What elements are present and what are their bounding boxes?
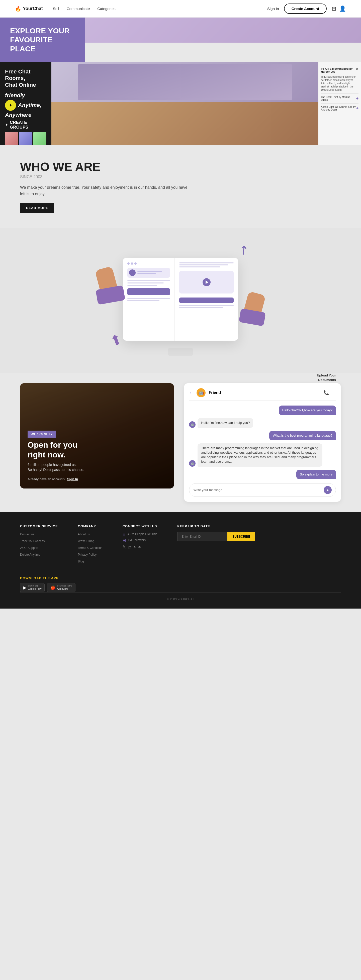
book-1-expand-icon[interactable]: + [356, 96, 358, 101]
footer-company-link-0[interactable]: About us [78, 532, 103, 537]
hero-image-area [85, 18, 361, 62]
connect-item-1: ▣ 1M Followers [122, 538, 157, 542]
email-subscribe-row: SUBSCRIBE [177, 532, 255, 541]
read-more-button[interactable]: READ MORE [20, 203, 54, 213]
left-hand-group [98, 268, 115, 293]
illustration-section: ⬆ ↗ [0, 228, 361, 373]
upload-docs-label: Upload Your Documents [317, 373, 336, 382]
grid-icon[interactable]: ⊞ [332, 5, 336, 12]
monitor-stand [168, 348, 193, 356]
chat-input-row[interactable]: ➤ [189, 483, 336, 497]
society-signin-link[interactable]: Sign In [67, 477, 78, 481]
google-play-text: GET IT ON Google Play [28, 585, 41, 590]
footer-company-link-1[interactable]: We're Hiring [78, 539, 103, 544]
club-icon[interactable]: ♣ [138, 545, 141, 549]
message-4: There are many programming languages in … [197, 443, 323, 467]
free-chat-text: Free Chat Rooms, Chat Online [5, 68, 46, 88]
footer-company-link-4[interactable]: Blog [78, 559, 103, 564]
footer-cs-link-3[interactable]: Delete Anytime [20, 552, 58, 557]
email-input[interactable] [177, 532, 227, 541]
message-3: What is the best programming language? [269, 431, 336, 441]
monitor-left-panel [123, 258, 175, 340]
footer-top: CUSTOMER SERVICE Contact us Track Your A… [20, 524, 341, 566]
send-icon: ➤ [326, 488, 329, 492]
society-signin-prompt: Already have an account? Sign In [27, 477, 167, 481]
who-we-are-section: WHO WE ARE SINCE 2003 We make your dream… [0, 145, 361, 228]
society-left-panel: WE SOCIETY Open for you right now. 6 mil… [20, 383, 174, 488]
book-item-2[interactable]: All the Light We Cannot See by Anthony D… [321, 103, 358, 113]
group-thumbnails [5, 132, 46, 145]
chat-action-icons: 📞 ⋯ [323, 390, 336, 396]
footer-download: DOWNLOAD THE APP ▶ GET IT ON Google Play… [20, 576, 341, 592]
book-1-title: The Book Thief by Markus Zusak [321, 96, 356, 101]
footer-company-link-2[interactable]: Terms & Condition [78, 546, 103, 550]
app-badges-row: ▶ GET IT ON Google Play 🍎 Download on th… [20, 583, 341, 592]
group-thumb-2 [19, 132, 32, 145]
chat-back-icon[interactable]: ← [189, 390, 194, 396]
spade-icon[interactable]: ♠ [134, 545, 136, 549]
nav-links: Sell Communicate Categories [53, 6, 116, 11]
who-description: We make your dreams come true. Your safe… [20, 184, 191, 197]
connect-text-0: 4.7M People Like This [127, 532, 157, 536]
footer-connect-heading: CONNECT WITH US [122, 524, 157, 528]
pinterest-icon[interactable]: 𝕡 [128, 545, 131, 549]
right-hand-group [246, 293, 263, 315]
society-content: WE SOCIETY Open for you right now. 6 mil… [20, 383, 174, 488]
logo-text: YourChat [23, 6, 43, 11]
send-button[interactable]: ➤ [324, 486, 332, 494]
subscribe-button[interactable]: SUBSCRIBE [227, 532, 255, 541]
chat-messages: Hello chatGPT,how are you today? 🤖 Hello… [189, 406, 336, 479]
message-4-row: 🤖 There are many programming languages i… [189, 443, 336, 467]
app-store-text: Download on the App Store [57, 585, 72, 590]
create-account-button[interactable]: Create Account [284, 3, 327, 14]
google-play-badge[interactable]: ▶ GET IT ON Google Play [20, 583, 45, 592]
monitor-right-panel [175, 258, 238, 340]
book-item-1[interactable]: The Book Thief by Markus Zusak + [321, 94, 358, 103]
create-groups-label: CREATE GROUPS [10, 120, 46, 130]
connect-text-1: 1M Followers [128, 538, 146, 542]
apple-icon: 🍎 [50, 585, 56, 590]
nav-categories[interactable]: Categories [97, 6, 116, 11]
anywhere-text: Anywhere [5, 112, 46, 118]
bot-avatar-1: 🤖 [189, 421, 196, 428]
copyright-text: © 2003 YOURCHAT [167, 598, 194, 601]
chat-phone-icon[interactable]: 📞 [323, 390, 329, 396]
bot-avatar-2: 🤖 [189, 460, 196, 467]
footer-bottom: © 2003 YOURCHAT [20, 592, 341, 601]
footer-cs-link-2[interactable]: 24×7 Support [20, 546, 58, 550]
sign-in-button[interactable]: Sign In [267, 6, 279, 11]
main-banner: Free Chat Rooms, Chat Online friendly ✦ … [0, 62, 361, 145]
footer: CUSTOMER SERVICE Contact us Track Your A… [0, 512, 361, 609]
yellow-gem-badge: ✦ [5, 100, 16, 111]
illustration-scene: ⬆ ↗ [93, 243, 268, 358]
navbar: 🔥 YourChat Sell Communicate Categories S… [0, 0, 361, 18]
message-1: Hello chatGPT,how are you today? [279, 406, 336, 415]
hero-title: EXPLORE YOUR FAVOURITE PLACE [10, 26, 75, 53]
group-thumb-3 [33, 132, 46, 145]
close-book-icon[interactable]: ✕ [356, 67, 358, 71]
create-groups-section: ✦ CREATE GROUPS [5, 120, 46, 130]
nav-communicate[interactable]: Communicate [67, 6, 90, 11]
footer-cs-link-1[interactable]: Track Your Access [20, 539, 58, 544]
nav-sell[interactable]: Sell [53, 6, 59, 11]
chat-header: ← 🤖 Friend 📞 ⋯ [189, 388, 336, 401]
footer-cs-link-0[interactable]: Contact us [20, 532, 58, 537]
footer-keep-updated: KEEP UP TO DATE SUBSCRIBE [177, 524, 255, 566]
friendly-section: friendly ✦ Anytime, Anywhere [5, 92, 46, 118]
nav-icons: ⊞ 👤 [332, 5, 346, 12]
featured-book-title: To Kill a Mockingbird by Harper Lee [321, 67, 356, 73]
twitter-icon[interactable]: 𝕏 [122, 545, 126, 549]
profile-icon[interactable]: 👤 [339, 5, 346, 12]
book-2-expand-icon[interactable]: + [356, 106, 358, 111]
footer-company-link-3[interactable]: Privacy Policy [78, 552, 103, 557]
cursor-arrow-icon: ⬆ [108, 331, 124, 350]
nav-right: Sign In Create Account ⊞ 👤 [267, 3, 346, 14]
app-store-badge[interactable]: 🍎 Download on the App Store [47, 583, 75, 592]
hero-purple-banner: EXPLORE YOUR FAVOURITE PLACE [0, 18, 85, 62]
banner-left-panel: Free Chat Rooms, Chat Online friendly ✦ … [0, 62, 51, 145]
logo[interactable]: 🔥 YourChat [15, 6, 43, 12]
star-icon: ✦ [5, 123, 8, 127]
logo-icon: 🔥 [15, 6, 21, 12]
chat-input[interactable] [193, 488, 321, 492]
chat-video-icon[interactable]: ⋯ [331, 390, 336, 396]
